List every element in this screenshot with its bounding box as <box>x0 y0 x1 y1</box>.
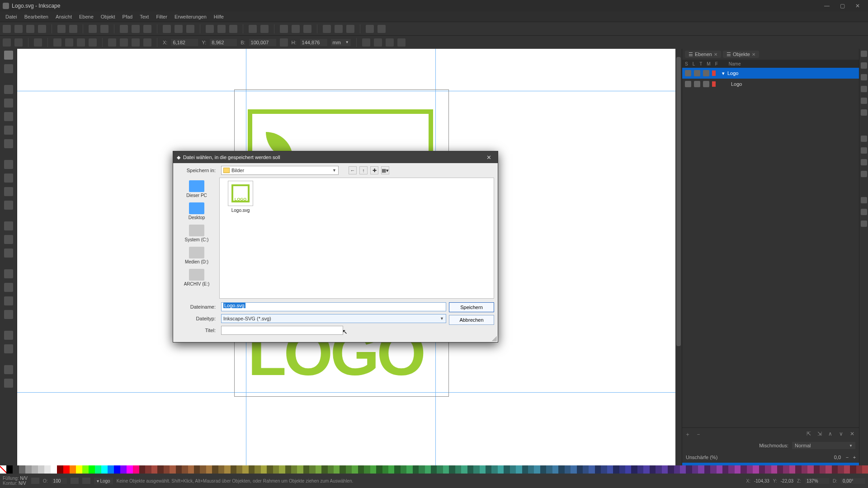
select-all-layers-icon[interactable] <box>3 38 11 47</box>
eye-icon[interactable] <box>685 81 691 87</box>
swatch[interactable] <box>139 465 145 474</box>
duplicate-icon[interactable] <box>206 25 214 33</box>
opacity-chip-icon[interactable] <box>31 478 39 484</box>
place-system-c[interactable]: System (C:) <box>185 225 209 242</box>
dock-pathfx-icon[interactable] <box>861 147 867 154</box>
swatch[interactable] <box>625 465 631 474</box>
flip-v-icon[interactable] <box>89 38 97 47</box>
filetype-select[interactable]: Inkscape-SVG (*.svg)▼ <box>221 314 446 323</box>
swatch[interactable] <box>449 465 455 474</box>
zoom-tool-icon[interactable] <box>4 365 13 374</box>
dock-objects-icon[interactable] <box>861 86 867 92</box>
xml-icon[interactable] <box>303 25 311 33</box>
fillstroke-icon[interactable] <box>280 25 288 33</box>
swatch[interactable] <box>795 465 801 474</box>
swatch[interactable] <box>340 465 345 474</box>
swatch[interactable] <box>637 465 643 474</box>
size-w-input[interactable] <box>249 39 276 46</box>
swatch[interactable] <box>212 465 218 474</box>
swatch[interactable] <box>346 465 352 474</box>
swatch[interactable] <box>741 465 746 474</box>
scale-corners-icon[interactable] <box>374 38 382 47</box>
menu-erweiterungen[interactable]: Erweiterungen <box>171 13 210 20</box>
swatch[interactable] <box>491 465 497 474</box>
raise-top-icon[interactable] <box>108 38 116 47</box>
swatch[interactable] <box>771 465 777 474</box>
text-icon[interactable] <box>292 25 300 33</box>
window-minimize-button[interactable]: — <box>819 1 835 10</box>
swatch[interactable] <box>297 465 303 474</box>
swatch[interactable] <box>101 465 108 474</box>
group-icon[interactable] <box>249 25 257 33</box>
copy-icon[interactable] <box>120 25 128 33</box>
swatch[interactable] <box>51 465 57 474</box>
swatch[interactable] <box>82 465 89 474</box>
swatch[interactable] <box>108 465 114 474</box>
swatch[interactable] <box>95 465 101 474</box>
swatch[interactable] <box>735 465 741 474</box>
coord-x-input[interactable] <box>171 39 198 46</box>
menu-text[interactable]: Text <box>136 13 152 20</box>
prefs-icon[interactable] <box>377 25 386 33</box>
swatch[interactable] <box>552 465 558 474</box>
spray-tool-icon[interactable] <box>4 296 13 305</box>
swatch[interactable] <box>394 465 400 474</box>
swatch[interactable] <box>176 465 182 474</box>
swatch[interactable] <box>151 465 157 474</box>
dock-undo-icon[interactable] <box>861 197 867 203</box>
swatch[interactable] <box>76 465 82 474</box>
swatch[interactable] <box>838 465 844 474</box>
swatch[interactable] <box>844 465 850 474</box>
swatch[interactable] <box>321 465 327 474</box>
swatch[interactable] <box>145 465 151 474</box>
print-icon[interactable] <box>38 25 46 33</box>
swatch[interactable] <box>595 465 601 474</box>
move-patterns-icon[interactable] <box>397 38 406 47</box>
window-close-button[interactable]: ✕ <box>850 1 865 10</box>
swatch[interactable] <box>577 465 583 474</box>
node-tool-icon[interactable] <box>4 64 13 73</box>
swatch[interactable] <box>120 465 127 474</box>
calligraphy-tool-icon[interactable] <box>4 187 13 196</box>
measure-tool-icon[interactable] <box>4 379 13 388</box>
nav-up-icon[interactable]: ↑ <box>359 166 368 174</box>
place-medien-d[interactable]: Medien (D:) <box>185 247 208 264</box>
save-in-combo[interactable]: Bilder ▼ <box>221 166 339 175</box>
dock-selectors-icon[interactable] <box>861 221 867 227</box>
no-fill-swatch[interactable] <box>0 465 6 474</box>
swatch[interactable] <box>32 465 38 474</box>
dock-fillstroke-icon[interactable] <box>861 51 867 57</box>
swatch[interactable] <box>717 465 722 474</box>
coord-y-input[interactable] <box>210 39 237 46</box>
swatch[interactable] <box>826 465 831 474</box>
swatch[interactable] <box>38 465 44 474</box>
swatch[interactable] <box>698 465 704 474</box>
swatch[interactable] <box>850 465 856 474</box>
swatch[interactable] <box>807 465 813 474</box>
swatch[interactable] <box>370 465 376 474</box>
save-doc-icon[interactable] <box>26 25 34 33</box>
swatch[interactable] <box>406 465 412 474</box>
lpe-tool-icon[interactable] <box>4 344 13 353</box>
open-doc-icon[interactable] <box>14 25 23 33</box>
swatch[interactable] <box>565 465 571 474</box>
dock-swatches-icon[interactable] <box>861 98 867 104</box>
resize-grip-icon[interactable] <box>491 336 497 341</box>
bezier-tool-icon[interactable] <box>4 160 13 169</box>
swatch[interactable] <box>473 465 479 474</box>
rotate-cw-icon[interactable] <box>65 38 73 47</box>
swatch[interactable] <box>25 465 32 474</box>
swatch[interactable] <box>114 465 120 474</box>
swatch[interactable] <box>534 465 540 474</box>
place-archiv-e[interactable]: ARCHIV (E:) <box>184 269 210 286</box>
swatch[interactable] <box>783 465 789 474</box>
layer-color-icon[interactable] <box>712 70 716 76</box>
color-palette[interactable] <box>0 465 868 474</box>
dock-objprops-icon[interactable] <box>861 62 867 69</box>
swatch[interactable] <box>376 465 382 474</box>
swatch[interactable] <box>528 465 534 474</box>
dock-transform-icon[interactable] <box>861 136 867 142</box>
lower-icon[interactable] <box>132 38 140 47</box>
selector-tool-icon[interactable] <box>4 51 13 60</box>
swatch[interactable] <box>267 465 273 474</box>
